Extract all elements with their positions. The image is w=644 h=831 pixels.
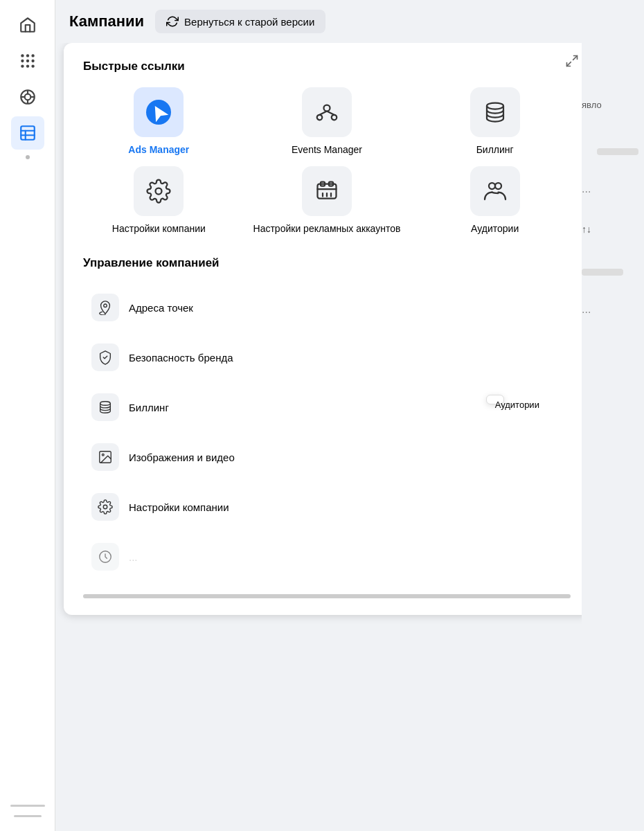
- sidebar-bottom-line2: [14, 815, 42, 817]
- audiences-icon: [483, 179, 508, 204]
- events-manager-icon: [314, 100, 339, 125]
- audiences-label: Аудитории: [471, 223, 519, 234]
- svg-point-5: [31, 60, 34, 62]
- sort-icon[interactable]: ↑↓: [582, 224, 591, 235]
- partial-line-1: [597, 148, 638, 155]
- company-settings-label: Настройки компании: [112, 223, 206, 234]
- partial-dots-row-1: ...: [582, 183, 638, 195]
- quick-links-popup: Быстрые ссылки Ads Manager: [64, 43, 582, 615]
- company-settings-icon: [146, 179, 171, 204]
- svg-line-20: [567, 62, 571, 66]
- quick-link-ad-account-settings[interactable]: Настройки рекламных аккаунтов: [251, 166, 403, 234]
- svg-line-25: [319, 111, 327, 115]
- billing-label: Биллинг: [476, 144, 514, 155]
- management-item-brand-safety[interactable]: Безопасность бренда: [83, 334, 571, 381]
- ad-account-settings-label: Настройки рекламных аккаунтов: [253, 223, 401, 234]
- main-content: Кампании Вернуться к старой версии: [55, 0, 644, 831]
- settings-label: Настройки компании: [129, 501, 229, 513]
- partial-text-1: явло: [582, 100, 602, 110]
- svg-point-23: [317, 115, 323, 120]
- ad-account-settings-icon-bg: [302, 166, 352, 216]
- sidebar-bottom-line: [10, 805, 45, 807]
- partial-cell-1: явло: [582, 98, 638, 111]
- sidebar-item-apps[interactable]: [11, 44, 44, 78]
- partial-line-2: [582, 269, 623, 276]
- svg-point-6: [21, 64, 24, 67]
- svg-point-22: [323, 105, 330, 111]
- svg-point-27: [487, 103, 503, 109]
- ads-manager-icon: [146, 100, 171, 125]
- partial-row-2: [582, 269, 638, 276]
- svg-point-38: [104, 304, 107, 307]
- expand-button[interactable]: [565, 54, 579, 71]
- brand-safety-icon-bg: [91, 343, 119, 371]
- back-to-old-version-button[interactable]: Вернуться к старой версии: [155, 10, 325, 33]
- sidebar-item-home[interactable]: [11, 8, 44, 42]
- settings-icon-bg: [91, 493, 119, 521]
- locations-icon-bg: [91, 294, 119, 321]
- media-icon-bg: [91, 443, 119, 471]
- sidebar: [0, 0, 55, 831]
- quick-link-events-manager[interactable]: Events Manager: [251, 87, 403, 155]
- partial-dots-row-2: ...: [582, 303, 638, 316]
- ads-manager-icon-bg: [134, 87, 184, 137]
- sort-icon-row[interactable]: ↑↓: [582, 223, 638, 235]
- partial-icon: [98, 549, 113, 564]
- right-panel-partial: явло ... ↑↓ ...: [582, 43, 644, 831]
- locations-label: Адреса точек: [129, 302, 193, 314]
- events-manager-label: Events Manager: [292, 144, 362, 155]
- partial-dots-2: ...: [582, 303, 591, 315]
- quick-links-grid: Ads Manager E: [83, 87, 571, 234]
- popup-wrapper: Быстрые ссылки Ads Manager: [55, 43, 582, 831]
- management-item-partial[interactable]: ...: [83, 533, 571, 580]
- svg-line-19: [573, 56, 578, 60]
- sidebar-item-dashboard[interactable]: [11, 80, 44, 114]
- page-title: Кампании: [69, 12, 144, 30]
- horizontal-scrollbar[interactable]: [83, 594, 571, 598]
- audiences-tooltip: Аудитории: [486, 395, 504, 404]
- svg-point-36: [489, 183, 495, 189]
- svg-point-39: [100, 402, 111, 406]
- billing-icon-bg: [470, 87, 520, 137]
- management-list: Адреса точек Безопасность бренда: [83, 284, 571, 580]
- media-icon: [98, 449, 113, 465]
- quick-link-billing[interactable]: Биллинг: [419, 87, 571, 155]
- svg-point-41: [102, 454, 104, 456]
- svg-point-3: [21, 60, 24, 62]
- management-item-media[interactable]: Изображения и видео: [83, 434, 571, 481]
- svg-point-28: [156, 188, 162, 195]
- partial-row-1: [582, 148, 638, 155]
- svg-point-10: [24, 94, 30, 100]
- back-button-label: Вернуться к старой версии: [184, 16, 314, 28]
- svg-point-0: [21, 54, 24, 57]
- audiences-icon-bg: [470, 166, 520, 216]
- svg-rect-15: [21, 126, 35, 140]
- svg-point-42: [103, 505, 107, 509]
- media-label: Изображения и видео: [129, 452, 235, 463]
- management-title: Управление компанией: [83, 256, 571, 270]
- topbar: Кампании Вернуться к старой версии: [55, 0, 644, 43]
- management-item-settings[interactable]: Настройки компании: [83, 483, 571, 530]
- partial-dots-1: ...: [582, 183, 591, 195]
- quick-link-audiences[interactable]: Аудитории Аудитории: [419, 166, 571, 234]
- management-item-locations[interactable]: Адреса точек: [83, 284, 571, 331]
- svg-point-37: [495, 183, 501, 189]
- quick-link-ads-manager[interactable]: Ads Manager: [83, 87, 235, 155]
- sidebar-item-table[interactable]: [11, 116, 44, 150]
- quick-link-company-settings[interactable]: Настройки компании: [83, 166, 235, 234]
- svg-point-2: [31, 54, 34, 57]
- partial-item-label: ...: [129, 551, 138, 563]
- refresh-icon: [166, 15, 179, 28]
- svg-point-1: [26, 54, 28, 57]
- locations-icon: [98, 300, 113, 315]
- billing2-icon-bg: [91, 393, 119, 421]
- brand-safety-label: Безопасность бренда: [129, 352, 233, 364]
- ad-account-settings-icon: [314, 179, 339, 204]
- sidebar-bottom: [10, 805, 45, 823]
- svg-line-26: [327, 111, 334, 115]
- brand-safety-icon: [98, 350, 113, 365]
- svg-point-4: [26, 60, 28, 62]
- billing2-label: Биллинг: [129, 402, 169, 413]
- svg-point-24: [332, 115, 337, 120]
- sidebar-dot: [26, 155, 30, 159]
